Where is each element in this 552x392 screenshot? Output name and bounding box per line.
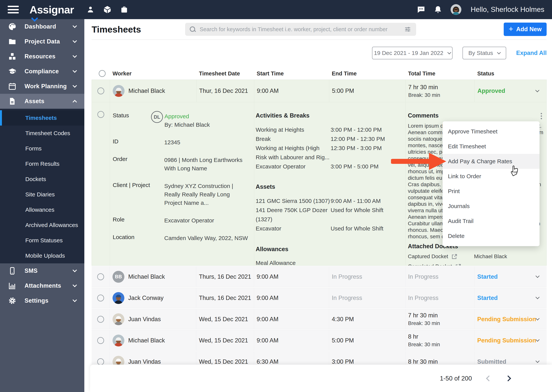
add-new-button[interactable]: + Add New: [504, 23, 547, 36]
activity-item: Excavator Operator3:00 PM - 5:00 PM: [256, 162, 405, 171]
search-box[interactable]: [185, 23, 416, 36]
table-row[interactable]: BBMichael Black Thurs, 16 Dec 2021 9:00 …: [92, 266, 547, 287]
expand-all-link[interactable]: Expand All: [516, 49, 547, 56]
user-greeting: Hello, Sherlock Holmes: [471, 6, 544, 14]
sidebar-item-sms[interactable]: SMS: [0, 263, 84, 278]
workers-icon[interactable]: [86, 5, 95, 14]
dashboard-icon: [8, 22, 16, 31]
search-icon: [190, 26, 196, 32]
menu-icon[interactable]: [8, 6, 19, 14]
sidebar-item-resources[interactable]: Resources: [0, 49, 84, 64]
chevron-down-icon: [535, 88, 539, 92]
sidebar-item-timesheets[interactable]: Timesheets: [0, 110, 84, 126]
page-title: Timesheets: [92, 24, 141, 35]
search-input[interactable]: [200, 26, 404, 33]
table-row[interactable]: Jack Conway Thurs, 16 Dec 2021 9:00 AM I…: [92, 288, 547, 308]
select-all-checkbox[interactable]: [99, 70, 106, 77]
pagination-bar: 1-50 of 200: [90, 365, 552, 392]
table-row[interactable]: Juan Vindas Wed, 15 Dec 2021 9:00 AM 4:3…: [92, 309, 547, 329]
chevron-down-icon: [73, 84, 77, 88]
briefcase-icon[interactable]: [120, 5, 128, 14]
status-select[interactable]: Pending Submission: [475, 309, 547, 329]
menu-item-journals[interactable]: Journals: [443, 199, 539, 214]
comments-title: Comments: [408, 112, 439, 119]
chevron-down-icon: [73, 283, 77, 287]
sidebar-item-allowances[interactable]: Allowances: [0, 202, 84, 217]
topbar: Assignar Hello, Sherlock Holmes: [0, 0, 552, 19]
menu-item-add-pay-charge-rates[interactable]: Add Pay & Charge Rates: [443, 154, 539, 169]
allowances-title: Allowances: [256, 246, 405, 253]
sidebar: Dashboard Project Data Resources Complia…: [0, 19, 84, 392]
filter-sliders-icon[interactable]: [404, 25, 412, 33]
col-total-time: Total Time: [405, 70, 475, 77]
menu-item-approve-timesheet[interactable]: Approve Timesheet: [443, 124, 539, 139]
sidebar-item-project-data[interactable]: Project Data: [0, 34, 84, 49]
status-select[interactable]: Approved: [475, 80, 546, 102]
sidebar-item-work-planning[interactable]: Work Planning: [0, 79, 84, 94]
row-checkbox[interactable]: [97, 87, 104, 94]
menu-item-delete[interactable]: Delete: [443, 229, 539, 244]
sidebar-item-assets[interactable]: Assets: [0, 94, 84, 109]
status-filter-dropdown[interactable]: By Status: [463, 47, 506, 59]
assets-submenu: Timesheets Timesheet Codes Forms Form Re…: [0, 109, 84, 263]
date-range-dropdown[interactable]: 19 Dec 2021 - 19 Jan 2022: [372, 47, 452, 59]
status-select[interactable]: Started: [475, 267, 547, 287]
next-page-icon[interactable]: [505, 375, 511, 381]
menu-item-audit-trail[interactable]: Audit Trail: [443, 214, 539, 229]
external-link-icon[interactable]: [451, 253, 458, 260]
asset-item: 121 GMC Sierra 1500 (1307)9:00 AM - 11:0…: [256, 196, 405, 206]
role-value: Excavator Operator: [164, 216, 248, 225]
worker-avatar: [113, 313, 124, 325]
detail-checkbox[interactable]: [97, 111, 104, 118]
row-checkbox[interactable]: [97, 316, 104, 323]
previous-page-icon[interactable]: [486, 375, 492, 381]
sidebar-item-mobile-uploads[interactable]: Mobile Uploads: [0, 248, 84, 263]
table-row[interactable]: Michael Black Wed, 15 Dec 2021 9:00 AM 5…: [92, 330, 547, 351]
sidebar-item-dockets[interactable]: Dockets: [0, 171, 84, 187]
notifications-bell-icon[interactable]: [434, 5, 442, 14]
sidebar-item-archived-allowances[interactable]: Archived Allowances: [0, 217, 84, 233]
row-checkbox[interactable]: [97, 358, 104, 365]
sidebar-item-attachments[interactable]: Attachments: [0, 278, 84, 293]
activity-item: Break12:00 PM - 12:30 PM: [256, 134, 405, 144]
sidebar-item-form-results[interactable]: Form Results: [0, 156, 84, 171]
assets-cube-icon[interactable]: [103, 5, 112, 14]
chevron-down-icon: [536, 338, 539, 342]
sidebar-item-forms[interactable]: Forms: [0, 141, 84, 156]
folder-icon: [8, 37, 16, 46]
menu-item-edit-timesheet[interactable]: Edit Timesheet: [443, 139, 539, 154]
row-context-menu: Approve Timesheet Edit Timesheet Add Pay…: [443, 121, 539, 246]
pagination-range: 1-50 of 200: [440, 375, 472, 382]
external-link-icon[interactable]: [455, 263, 462, 266]
chevron-down-icon: [73, 24, 77, 28]
allowance-item: Meal Allowance: [256, 259, 405, 266]
status-value: Approved: [164, 113, 189, 119]
sidebar-item-site-diaries[interactable]: Site Diaries: [0, 187, 84, 202]
row-checkbox[interactable]: [97, 294, 104, 301]
docket-row: Captured Docket Michael Black: [408, 253, 544, 260]
chevron-down-icon: [73, 69, 77, 73]
sidebar-item-compliance[interactable]: Compliance: [0, 64, 84, 79]
col-start-time: Start Time: [254, 70, 329, 77]
row-actions-kebab-icon[interactable]: [539, 112, 544, 120]
sidebar-item-settings[interactable]: Settings: [0, 293, 84, 308]
approved-by: By: Michael Black: [164, 122, 210, 128]
status-select[interactable]: Pending Submission: [475, 330, 547, 350]
row-checkbox[interactable]: [97, 273, 104, 280]
sidebar-item-timesheet-codes[interactable]: Timesheet Codes: [0, 126, 84, 141]
sidebar-item-form-statuses[interactable]: Form Statuses: [0, 233, 84, 248]
timesheet-id: 12345: [164, 138, 248, 147]
menu-item-print[interactable]: Print: [443, 184, 539, 199]
chevron-down-icon: [536, 316, 539, 320]
messages-icon[interactable]: [417, 5, 425, 14]
sidebar-item-dashboard[interactable]: Dashboard: [0, 19, 84, 34]
location-value: Camden Valley Way, 2022, NSW: [164, 234, 248, 242]
file-icon: [8, 97, 16, 105]
brand-logo[interactable]: Assignar: [29, 3, 74, 16]
status-select[interactable]: Started: [475, 288, 547, 308]
worker-avatar: [113, 85, 124, 97]
row-checkbox[interactable]: [97, 337, 104, 344]
table-row[interactable]: Michael Black Thur, 16 Dec 2021 9:00 AM …: [92, 80, 546, 102]
user-avatar[interactable]: [450, 4, 461, 15]
menu-item-link-to-order[interactable]: Link to Order: [443, 169, 539, 184]
